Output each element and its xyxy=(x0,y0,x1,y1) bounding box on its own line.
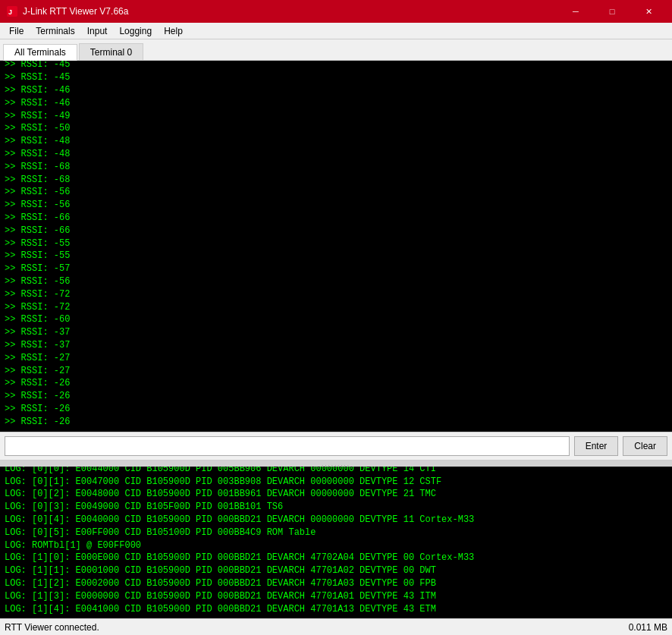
input-row: Enter Clear xyxy=(0,432,672,461)
terminal-line: >> RSSI: -56 xyxy=(5,186,667,199)
terminal-line: >> RSSI: -60 xyxy=(5,313,667,326)
terminal-line: >> RSSI: -55 xyxy=(5,237,667,250)
log-line: LOG: [0][5]: E00FF000 CID B105100D PID 0… xyxy=(5,527,667,539)
tab-0[interactable]: All Terminals xyxy=(3,44,77,61)
terminal-line: >> RSSI: -56 xyxy=(5,199,667,212)
terminal-line: >> RSSI: -57 xyxy=(5,262,667,275)
status-left: RTT Viewer connected. xyxy=(5,622,99,633)
terminal-line: >> RSSI: -55 xyxy=(5,250,667,262)
menu-item-file[interactable]: File xyxy=(3,23,30,39)
log-line: LOG: [1][3]: E0000000 CID B105900D PID 0… xyxy=(5,590,667,603)
log-line: LOG: [0][3]: E0049000 CID B105F00D PID 0… xyxy=(5,501,667,514)
terminal-line: >> RSSI: -45 xyxy=(5,61,667,71)
clear-button[interactable]: Clear xyxy=(623,436,667,456)
window-controls: ─ □ ✕ xyxy=(558,0,666,23)
svg-text:J: J xyxy=(8,8,12,16)
menu-bar: FileTerminalsInputLoggingHelp xyxy=(0,23,672,39)
log-line: LOG: [1][4]: E0041000 CID B105900D PID 0… xyxy=(5,603,667,616)
log-line: LOG: [1][2]: E0002000 CID B105900D PID 0… xyxy=(5,577,667,590)
log-line: LOG: [0][2]: E0048000 CID B105900D PID 0… xyxy=(5,488,667,501)
menu-item-logging[interactable]: Logging xyxy=(113,23,158,39)
terminal-line: >> RSSI: -46 xyxy=(5,97,667,110)
terminal-line: >> RSSI: -26 xyxy=(5,377,667,390)
minimize-button[interactable]: ─ xyxy=(558,0,593,23)
enter-button[interactable]: Enter xyxy=(574,436,619,456)
terminal-line: >> RSSI: -68 xyxy=(5,174,667,187)
terminal-line: >> RSSI: -68 xyxy=(5,161,667,174)
terminal-line: >> RSSI: -56 xyxy=(5,275,667,288)
terminal-line: >> RSSI: -49 xyxy=(5,110,667,123)
tab-1[interactable]: Terminal 0 xyxy=(79,43,143,60)
lower-terminal[interactable]: LOG: ROMTbl[0] @ E00FE000LOG: [0][0]: E0… xyxy=(0,467,672,618)
menu-item-input[interactable]: Input xyxy=(81,23,114,39)
status-bar: RTT Viewer connected. 0.011 MB xyxy=(0,618,672,635)
log-line: LOG: ROMTbl[1] @ E00FF000 xyxy=(5,539,667,552)
log-line: LOG: [1][1]: E0001000 CID B105900D PID 0… xyxy=(5,564,667,577)
terminal-line: >> RSSI: -72 xyxy=(5,288,667,301)
terminal-line: >> RSSI: -26 xyxy=(5,403,667,416)
maximize-button[interactable]: □ xyxy=(595,0,630,23)
terminal-line: >> RSSI: -50 xyxy=(5,122,667,135)
command-input[interactable] xyxy=(5,436,570,456)
terminal-line: >> RSSI: -27 xyxy=(5,352,667,365)
terminal-line: >> RSSI: -46 xyxy=(5,84,667,97)
menu-item-help[interactable]: Help xyxy=(158,23,189,39)
terminal-line: >> RSSI: -72 xyxy=(5,301,667,314)
terminal-line: >> RSSI: -27 xyxy=(5,365,667,378)
terminal-line: >> RSSI: -26 xyxy=(5,416,667,429)
resize-handle[interactable]: ......... xyxy=(0,461,672,467)
log-line: LOG: [0][0]: E0044000 CID B105900D PID 0… xyxy=(5,467,667,476)
title-bar: J J-Link RTT Viewer V7.66a ─ □ ✕ xyxy=(0,0,672,23)
title-text: J-Link RTT Viewer V7.66a xyxy=(23,6,558,17)
terminal-line: >> RSSI: -45 xyxy=(5,71,667,84)
log-line: LOG: [1][0]: E000E000 CID B105900D PID 0… xyxy=(5,552,667,564)
upper-terminal[interactable]: >> RSSI: -43>> RSSI: -45>> RSSI: -45>> R… xyxy=(0,61,672,432)
terminal-line: >> RSSI: -37 xyxy=(5,326,667,339)
terminal-line: >> RSSI: -48 xyxy=(5,135,667,148)
app-icon: J xyxy=(6,5,18,17)
status-right: 0.011 MB xyxy=(629,622,667,633)
terminal-line: >> RSSI: -37 xyxy=(5,339,667,352)
terminal-line: >> RSSI: -66 xyxy=(5,225,667,237)
terminal-line: >> RSSI: -48 xyxy=(5,148,667,161)
main-area: >> RSSI: -43>> RSSI: -45>> RSSI: -45>> R… xyxy=(0,61,672,618)
menu-item-terminals[interactable]: Terminals xyxy=(30,23,80,39)
log-line: LOG: [0][1]: E0047000 CID B105900D PID 0… xyxy=(5,476,667,489)
tabs-bar: All TerminalsTerminal 0 xyxy=(0,39,672,61)
close-button[interactable]: ✕ xyxy=(631,0,666,23)
log-line: LOG: [0][4]: E0040000 CID B105900D PID 0… xyxy=(5,514,667,527)
terminal-line: >> RSSI: -26 xyxy=(5,390,667,403)
terminal-line: >> RSSI: -66 xyxy=(5,212,667,225)
